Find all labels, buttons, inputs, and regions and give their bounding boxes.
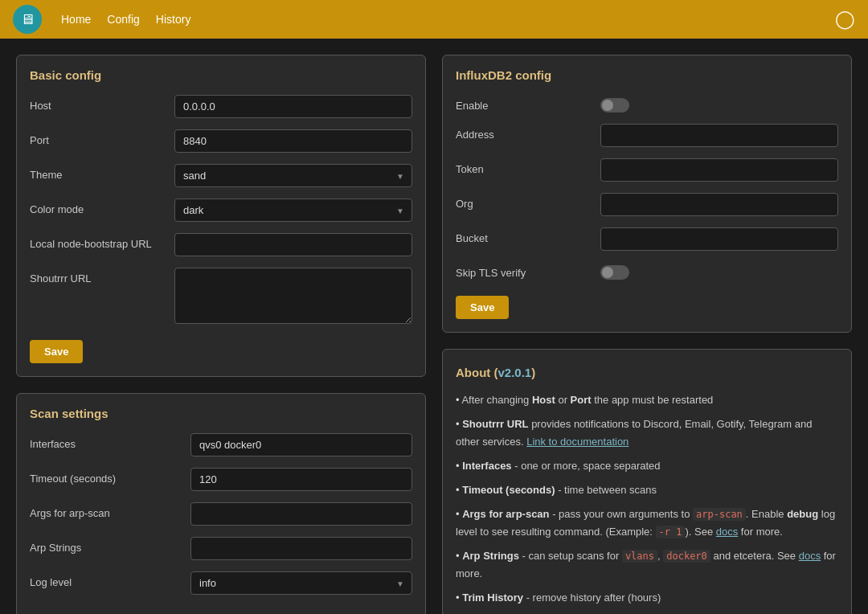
address-row: Address	[456, 124, 838, 147]
bucket-label: Bucket	[456, 227, 600, 244]
bucket-row: Bucket	[456, 227, 838, 251]
app-logo: 🖥	[13, 5, 42, 34]
nav-links: Home Config History	[55, 10, 197, 29]
basic-config-title: Basic config	[30, 68, 412, 82]
theme-label: Theme	[30, 164, 174, 181]
interfaces-input[interactable]	[190, 433, 412, 456]
color-mode-row: Color mode dark light	[30, 199, 412, 222]
arp-strings-input[interactable]	[190, 537, 412, 560]
timeout-input[interactable]	[190, 468, 412, 491]
theme-select-wrapper: sand default dark	[174, 164, 412, 187]
arp-strings-label: Arp Strings	[30, 537, 190, 554]
shoutrrr-docs-link[interactable]: Link to documentation	[526, 436, 628, 448]
basic-config-panel: Basic config Host Port Theme sand defaul…	[16, 55, 426, 377]
navbar: 🖥 Home Config History ◯	[0, 0, 868, 39]
nav-history[interactable]: History	[149, 10, 198, 29]
port-input[interactable]	[174, 129, 412, 153]
enable-row: Enable	[456, 95, 838, 113]
about-item-1: After changing Host or Port the app must…	[456, 391, 838, 409]
basic-config-save-button[interactable]: Save	[30, 340, 83, 363]
enable-label: Enable	[456, 95, 600, 112]
log-level-select-wrapper: info debug warn error	[190, 571, 412, 595]
scan-settings-panel: Scan settings Interfaces Timeout (second…	[16, 393, 426, 614]
about-item-7: Trim History - remove history after (hou…	[456, 589, 838, 607]
about-item-6: Arp Strings - can setup scans for vlans,…	[456, 547, 838, 583]
address-input[interactable]	[600, 124, 838, 147]
arp-strings-row: Arp Strings	[30, 537, 412, 560]
org-label: Org	[456, 193, 600, 210]
host-label: Host	[30, 95, 174, 112]
shoutrrr-row: Shoutrrr URL	[30, 268, 412, 324]
scan-settings-title: Scan settings	[30, 407, 412, 420]
left-column: Basic config Host Port Theme sand defaul…	[16, 55, 426, 614]
skip-tls-toggle[interactable]	[600, 265, 629, 280]
local-node-input[interactable]	[174, 233, 412, 256]
about-version-link[interactable]: v2.0.1	[497, 366, 531, 379]
args-row: Args for arp-scan	[30, 502, 412, 526]
host-row: Host	[30, 95, 412, 118]
theme-row: Theme sand default dark	[30, 164, 412, 187]
token-row: Token	[456, 158, 838, 182]
interfaces-label: Interfaces	[30, 433, 190, 450]
color-mode-select-wrapper: dark light	[174, 199, 412, 222]
args-label: Args for arp-scan	[30, 502, 190, 519]
log-level-row: Log level info debug warn error	[30, 571, 412, 595]
about-item-3: Interfaces - one or more, space separate…	[456, 457, 838, 475]
influxdb-config-title: InfluxDB2 config	[456, 68, 838, 82]
skip-tls-label: Skip TLS verify	[456, 262, 600, 279]
about-title: About (v2.0.1)	[456, 362, 838, 383]
about-item-2: Shoutrrr URL provides notifications to D…	[456, 415, 838, 451]
args-docs-link[interactable]: docs	[716, 526, 738, 538]
main-content: Basic config Host Port Theme sand defaul…	[0, 39, 868, 614]
theme-select[interactable]: sand default dark	[174, 164, 412, 187]
enable-toggle[interactable]	[600, 98, 629, 113]
shoutrrr-input[interactable]	[174, 268, 412, 324]
args-input[interactable]	[190, 502, 412, 526]
color-mode-label: Color mode	[30, 199, 174, 215]
bucket-input[interactable]	[600, 227, 838, 251]
local-node-row: Local node-bootstrap URL	[30, 233, 412, 256]
timeout-row: Timeout (seconds)	[30, 468, 412, 491]
color-mode-select[interactable]: dark light	[174, 199, 412, 222]
nav-home[interactable]: Home	[55, 10, 97, 29]
log-level-label: Log level	[30, 571, 190, 588]
timeout-label: Timeout (seconds)	[30, 468, 190, 485]
github-icon[interactable]: ◯	[835, 9, 855, 30]
token-label: Token	[456, 158, 600, 175]
port-row: Port	[30, 129, 412, 153]
about-panel: About (v2.0.1) After changing Host or Po…	[442, 349, 852, 614]
org-row: Org	[456, 193, 838, 216]
token-input[interactable]	[600, 158, 838, 182]
shoutrrr-label: Shoutrrr URL	[30, 268, 174, 284]
log-level-select[interactable]: info debug warn error	[190, 571, 412, 595]
about-item-4: Timeout (seconds) - time between scans	[456, 481, 838, 499]
local-node-label: Local node-bootstrap URL	[30, 233, 174, 250]
about-item-5: Args for arp-scan - pass your own argume…	[456, 506, 838, 541]
org-input[interactable]	[600, 193, 838, 216]
host-input[interactable]	[174, 95, 412, 118]
interfaces-row: Interfaces	[30, 433, 412, 456]
port-label: Port	[30, 129, 174, 146]
influxdb-save-button[interactable]: Save	[456, 296, 509, 319]
address-label: Address	[456, 124, 600, 141]
right-column: InfluxDB2 config Enable Address Token Or…	[442, 55, 852, 614]
nav-config[interactable]: Config	[100, 10, 145, 29]
arp-strings-docs-link[interactable]: docs	[799, 550, 821, 562]
skip-tls-row: Skip TLS verify	[456, 262, 838, 280]
influxdb-config-panel: InfluxDB2 config Enable Address Token Or…	[442, 55, 852, 333]
